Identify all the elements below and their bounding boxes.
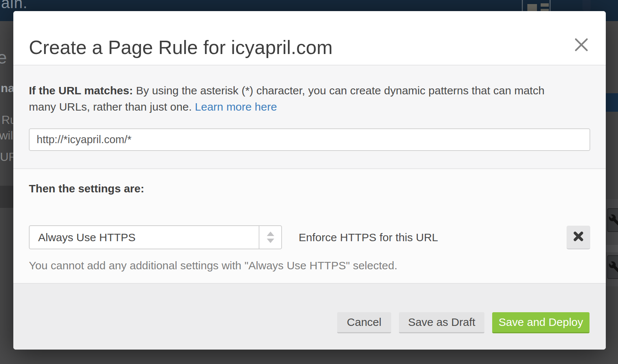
modal-footer: Cancel Save as Draft Save and Deploy — [13, 283, 606, 350]
header-text-fragment: ain. — [1, 0, 28, 12]
url-pattern-input[interactable] — [29, 128, 590, 151]
modal-header: Create a Page Rule for icyapril.com — [13, 11, 606, 65]
save-and-deploy-button[interactable]: Save and Deploy — [492, 312, 590, 333]
create-page-rule-modal: Create a Page Rule for icyapril.com If t… — [13, 11, 606, 350]
select-spinner-icon — [259, 226, 281, 249]
chevron-down-icon — [267, 239, 274, 243]
remove-setting-button[interactable] — [567, 226, 590, 249]
settings-heading: Then the settings are: — [29, 182, 144, 195]
background-table-header-fragment — [0, 186, 13, 208]
footer-buttons: Cancel Save as Draft Save and Deploy — [337, 312, 590, 333]
page-title: Create a Page Rule for icyapril.com — [29, 36, 333, 58]
chevron-up-icon — [267, 232, 274, 236]
background-text-fragment: e — [0, 47, 7, 68]
url-match-label: If the URL matches: — [29, 84, 133, 97]
cancel-button[interactable]: Cancel — [337, 312, 391, 333]
close-icon — [574, 48, 589, 54]
background-edit-button — [607, 255, 618, 279]
url-match-section: If the URL matches: By using the asteris… — [13, 65, 606, 168]
save-as-draft-button[interactable]: Save as Draft — [399, 312, 484, 333]
settings-helper-text: You cannot add any additional settings w… — [29, 259, 397, 272]
layout-icon-bar — [541, 3, 549, 7]
setting-select[interactable]: Always Use HTTPS — [29, 225, 282, 249]
url-match-description-line1: By using the asterisk (*) character, you… — [133, 84, 544, 97]
close-button[interactable] — [573, 37, 590, 53]
learn-more-link[interactable]: Learn more here — [195, 101, 277, 113]
background-row-fragment — [606, 245, 618, 252]
url-match-description: If the URL matches: By using the asteris… — [29, 82, 590, 115]
background-edit-button — [607, 208, 618, 232]
url-match-description-line2: many URLs, rather than just one. — [29, 101, 195, 113]
setting-select-value: Always Use HTTPS — [30, 226, 259, 249]
setting-row: Always Use HTTPS Enforce HTTPS for this … — [29, 225, 590, 249]
settings-section: Then the settings are: Always Use HTTPS … — [13, 168, 606, 283]
setting-description: Enforce HTTPS for this URL — [299, 231, 438, 244]
header-partial-icon — [582, 0, 591, 11]
x-icon — [572, 230, 584, 243]
background-blue-button-fragment — [606, 93, 618, 112]
